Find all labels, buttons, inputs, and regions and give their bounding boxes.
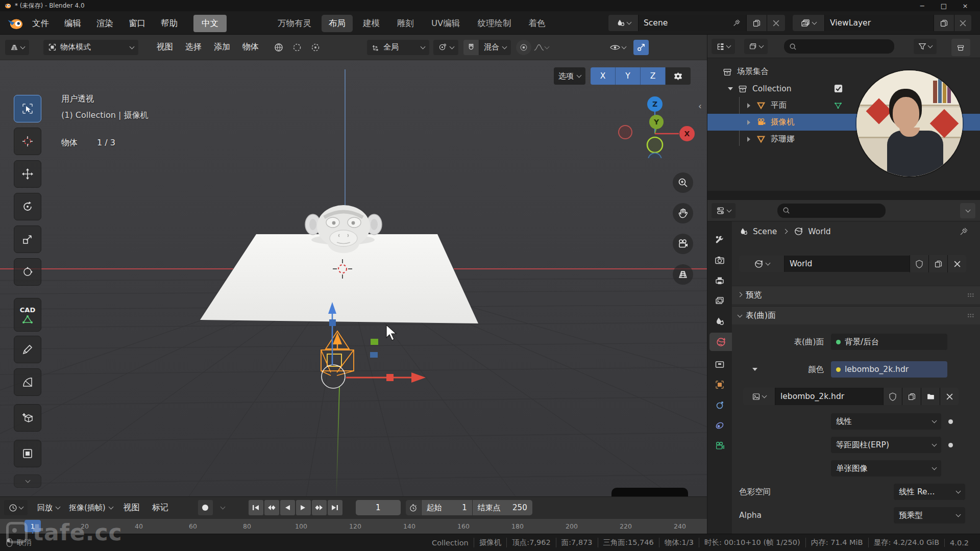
gizmo-plane-handle[interactable]: [329, 319, 336, 326]
menu-playback[interactable]: 回放: [33, 500, 64, 515]
panel-grip[interactable]: [967, 293, 974, 297]
tool-workplane[interactable]: [14, 440, 41, 467]
orientation-dropdown[interactable]: 全局: [367, 40, 429, 55]
gizmo-toggle[interactable]: [633, 40, 649, 55]
blender-logo-icon[interactable]: [7, 16, 23, 31]
alpha-dropdown[interactable]: 预乘型: [894, 507, 965, 523]
panel-collapse-arrow[interactable]: ‹: [698, 101, 702, 111]
expand-icon[interactable]: [747, 137, 750, 142]
menu-help[interactable]: 帮助: [154, 15, 184, 32]
select-circle-icon[interactable]: [289, 40, 305, 55]
ortho-toggle-button[interactable]: [673, 264, 693, 285]
world-name-field[interactable]: World: [784, 256, 910, 272]
tab-tool[interactable]: [709, 231, 730, 249]
tab-view-layer[interactable]: [709, 292, 730, 310]
breadcrumb-world[interactable]: World: [808, 227, 830, 236]
tool-rotate[interactable]: [14, 193, 41, 220]
menu-file[interactable]: 文件: [26, 15, 56, 32]
proportional-edit-toggle[interactable]: [516, 40, 531, 55]
image-copy-button[interactable]: [902, 388, 921, 405]
workspace-tab-active[interactable]: 布局: [322, 15, 353, 32]
menu-select[interactable]: 选择: [179, 39, 208, 56]
options-dropdown[interactable]: 选项: [554, 67, 585, 85]
pan-button[interactable]: [673, 203, 693, 223]
menu-add[interactable]: 添加: [208, 39, 236, 56]
navigation-gizmo[interactable]: Z Y X: [607, 77, 699, 158]
menu-markers[interactable]: 标记: [146, 499, 175, 516]
workspace-tab[interactable]: 纹理绘制: [470, 15, 518, 32]
snap-toggle[interactable]: [463, 40, 479, 55]
tool-cad-sketcher[interactable]: CAD: [14, 298, 41, 332]
tool-scale[interactable]: [14, 226, 41, 253]
projection-dropdown[interactable]: 等距圆柱(ERP): [831, 437, 941, 453]
auto-key-options[interactable]: [215, 500, 230, 515]
tab-output[interactable]: [709, 271, 730, 290]
current-frame-field[interactable]: 1: [356, 500, 401, 515]
tool-measure[interactable]: [14, 368, 41, 396]
interpolation-dropdown[interactable]: 线性: [831, 413, 941, 430]
pivot-dropdown[interactable]: [433, 40, 458, 55]
breadcrumb-scene[interactable]: Scene: [753, 227, 777, 236]
checkbox-checked-icon[interactable]: [834, 84, 843, 93]
tool-move[interactable]: [14, 160, 41, 188]
fake-user-button[interactable]: [910, 255, 928, 272]
workspace-tab[interactable]: 雕刻: [390, 15, 421, 32]
maximize-button[interactable]: □: [933, 2, 954, 10]
color-texture-button[interactable]: lebombo_2k.hdr: [831, 361, 947, 378]
viewport-3d[interactable]: 用户透视 (1) Collection | 摄像机 物体 1 / 3 选项 X …: [0, 60, 707, 496]
menu-edit[interactable]: 编辑: [58, 15, 88, 32]
visibility-dropdown[interactable]: [606, 40, 629, 55]
play-reverse-button[interactable]: [280, 500, 295, 515]
scene-browse-button[interactable]: [608, 15, 638, 31]
play-button[interactable]: [296, 500, 311, 515]
workspace-tab[interactable]: 建模: [356, 15, 387, 32]
use-preview-range-button[interactable]: [406, 500, 421, 515]
viewlayer-name-field[interactable]: ViewLayer: [824, 15, 934, 31]
language-tab[interactable]: 中文: [193, 15, 227, 32]
tool-transform[interactable]: [14, 258, 41, 286]
tab-object-data[interactable]: [709, 437, 730, 455]
gizmo-plane-handle[interactable]: [386, 374, 394, 381]
tool-select-box[interactable]: [14, 95, 41, 122]
new-collection-button[interactable]: [951, 39, 970, 56]
colorspace-dropdown[interactable]: 线性 Re...: [894, 484, 965, 500]
tab-object[interactable]: [709, 375, 730, 394]
jump-to-start-button[interactable]: [249, 500, 263, 515]
world-unlink-button[interactable]: [947, 255, 966, 272]
camera-view-button[interactable]: [673, 234, 693, 254]
pin-icon[interactable]: [732, 18, 741, 28]
image-open-button[interactable]: [921, 388, 940, 405]
timeline-editor-type-button[interactable]: [4, 500, 28, 515]
viewlayer-new-button[interactable]: [934, 15, 954, 31]
properties-options-button[interactable]: [960, 203, 975, 218]
mode-dropdown[interactable]: 物体模式: [43, 40, 138, 55]
close-button[interactable]: ×: [954, 2, 976, 10]
image-name-field[interactable]: lebombo_2k.hdr: [775, 388, 883, 405]
frame-start-field[interactable]: 起始 1: [421, 500, 472, 515]
expand-icon[interactable]: [747, 103, 750, 108]
falloff-dropdown[interactable]: [533, 40, 549, 55]
properties-search-input[interactable]: [777, 204, 886, 218]
menu-keying[interactable]: 抠像(插帧): [64, 500, 117, 515]
expand-icon[interactable]: [747, 120, 750, 125]
gizmo-plane-handle[interactable]: [371, 339, 378, 345]
tool-more-button[interactable]: [14, 474, 41, 488]
tab-render[interactable]: [709, 251, 730, 269]
outliner-search-input[interactable]: [784, 39, 894, 54]
playhead[interactable]: 1: [24, 520, 41, 532]
pin-icon[interactable]: [959, 227, 969, 237]
image-unlink-button[interactable]: [940, 388, 959, 405]
tab-constraints[interactable]: [709, 416, 730, 435]
editor-divider[interactable]: [707, 191, 980, 200]
minimize-button[interactable]: −: [912, 2, 933, 10]
scene-name-field[interactable]: Scene: [638, 15, 746, 31]
world-browse-button[interactable]: [739, 256, 784, 272]
tool-add-cube[interactable]: [14, 404, 41, 432]
image-fake-user-button[interactable]: [883, 388, 902, 405]
outliner-filter-button[interactable]: [914, 39, 937, 54]
next-keyframe-button[interactable]: [312, 500, 327, 515]
tool-annotate[interactable]: [14, 336, 41, 363]
panel-surface[interactable]: 表(曲)面: [732, 306, 980, 324]
workspace-tab[interactable]: UV编辑: [424, 15, 467, 32]
select-lasso-icon[interactable]: [308, 40, 323, 55]
